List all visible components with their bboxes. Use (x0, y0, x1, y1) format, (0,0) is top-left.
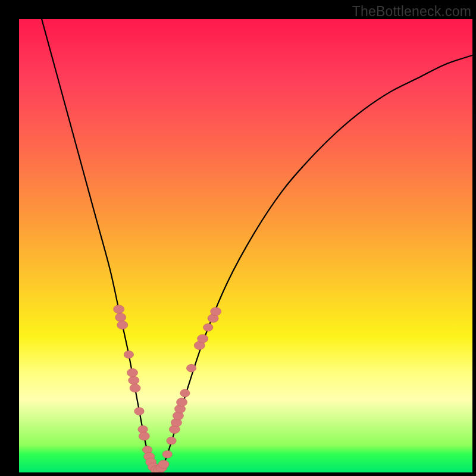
data-marker (211, 307, 221, 315)
data-marker (124, 350, 133, 358)
chart-frame: TheBottleneck.com (0, 0, 476, 476)
data-marker (130, 384, 140, 392)
data-marker (127, 368, 137, 377)
data-marker (117, 321, 128, 329)
data-marker (186, 364, 196, 372)
data-marker (134, 408, 144, 415)
watermark-text: TheBottleneck.com (352, 4, 471, 20)
data-marker (162, 450, 172, 458)
data-marker (129, 376, 139, 384)
data-marker (115, 313, 126, 321)
data-markers (114, 305, 221, 472)
data-marker (139, 432, 149, 440)
bottleneck-curve (42, 19, 472, 471)
plot-area (19, 19, 472, 472)
data-marker (167, 437, 176, 444)
data-marker (114, 305, 124, 314)
curve-layer (19, 19, 472, 472)
data-marker (180, 389, 190, 397)
data-marker (158, 460, 169, 468)
data-marker (198, 334, 208, 343)
data-marker (177, 398, 187, 406)
data-marker (203, 324, 213, 331)
